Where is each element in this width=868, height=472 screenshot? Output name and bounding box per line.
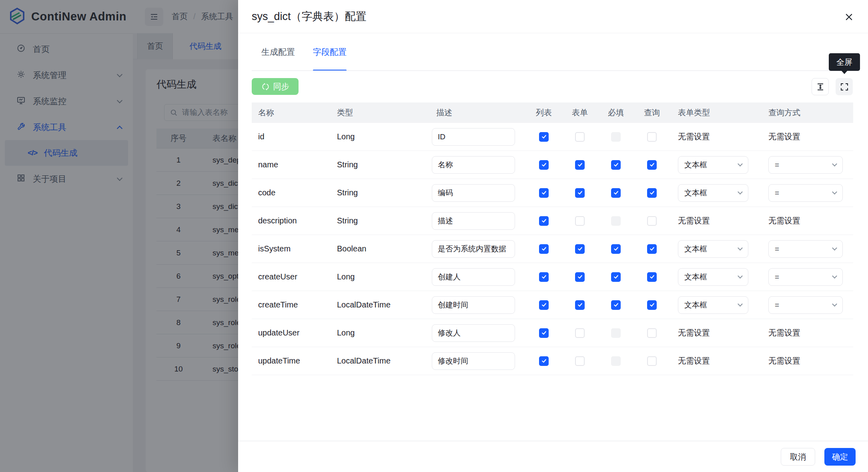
form-checkbox[interactable] (575, 356, 585, 366)
sync-icon (261, 82, 270, 91)
list-checkbox[interactable] (539, 356, 549, 366)
query-checkbox[interactable] (647, 216, 657, 226)
query-checkbox[interactable] (647, 300, 657, 310)
query-type-select[interactable]: = (768, 296, 843, 314)
field-type: Long (336, 272, 430, 281)
field-type: Long (336, 132, 430, 141)
select-value: 文本框 (684, 272, 707, 282)
row-height-button[interactable] (812, 78, 829, 95)
query-checkbox[interactable] (647, 244, 657, 254)
confirm-button[interactable]: 确定 (824, 448, 856, 466)
query-checkbox[interactable] (647, 160, 657, 170)
description-input[interactable] (432, 324, 515, 342)
list-checkbox[interactable] (539, 188, 549, 198)
query-checkbox[interactable] (647, 272, 657, 282)
list-checkbox[interactable] (539, 244, 549, 254)
form-type-select[interactable]: 文本框 (678, 240, 748, 258)
form-type-select[interactable]: 文本框 (678, 156, 748, 174)
list-checkbox[interactable] (539, 132, 549, 142)
list-checkbox[interactable] (539, 300, 549, 310)
query-type-select[interactable]: = (768, 184, 843, 202)
description-input[interactable] (432, 156, 515, 174)
description-input[interactable] (432, 296, 515, 314)
required-checkbox[interactable] (611, 160, 621, 170)
close-button[interactable] (841, 9, 857, 25)
list-checkbox[interactable] (539, 160, 549, 170)
list-checkbox[interactable] (539, 328, 549, 338)
form-checkbox[interactable] (575, 300, 585, 310)
checkbox-cell (562, 188, 598, 198)
no-setting-label: 无需设置 (678, 216, 710, 225)
field-name: name (252, 160, 336, 169)
list-checkbox[interactable] (539, 272, 549, 282)
query-type-select[interactable]: = (768, 156, 843, 174)
description-cell (430, 268, 526, 286)
field-config-table: 名称 类型 描述 列表 表单 必填 查询 表单类型 查询方式 idLong无需设… (252, 102, 853, 375)
form-checkbox[interactable] (575, 272, 585, 282)
no-setting-label: 无需设置 (678, 356, 710, 365)
description-cell (430, 352, 526, 370)
description-input[interactable] (432, 128, 515, 146)
checkbox-cell (562, 132, 598, 142)
form-checkbox[interactable] (575, 160, 585, 170)
checkbox-cell (526, 328, 562, 338)
field-type: String (336, 160, 430, 169)
column-header: 表单 (562, 107, 598, 118)
checkbox-cell (598, 132, 634, 142)
form-checkbox[interactable] (575, 188, 585, 198)
checkbox-cell (562, 160, 598, 170)
description-input[interactable] (432, 212, 515, 230)
cancel-button[interactable]: 取消 (781, 448, 815, 466)
required-checkbox[interactable] (611, 244, 621, 254)
column-header: 名称 (252, 107, 336, 118)
required-checkbox[interactable] (611, 188, 621, 198)
select-cell: = (760, 156, 853, 174)
form-type-select[interactable]: 文本框 (678, 268, 748, 286)
list-checkbox[interactable] (539, 216, 549, 226)
checkbox-cell (526, 216, 562, 226)
query-checkbox[interactable] (647, 328, 657, 338)
checkbox-cell (526, 244, 562, 254)
query-type-select[interactable]: = (768, 240, 843, 258)
column-header: 必填 (598, 107, 634, 118)
tab-field-config[interactable]: 字段配置 (313, 33, 347, 71)
required-checkbox[interactable] (611, 300, 621, 310)
column-header: 描述 (430, 107, 526, 118)
field-type: LocalDateTime (336, 356, 430, 366)
required-checkbox[interactable] (611, 272, 621, 282)
select-value: = (775, 301, 779, 309)
query-type-select[interactable]: = (768, 268, 843, 286)
query-checkbox[interactable] (647, 188, 657, 198)
query-checkbox[interactable] (647, 132, 657, 142)
form-type-select[interactable]: 文本框 (678, 296, 748, 314)
sync-button[interactable]: 同步 (252, 78, 299, 95)
field-name: description (252, 216, 336, 225)
required-checkbox (611, 216, 621, 226)
form-checkbox[interactable] (575, 328, 585, 338)
form-checkbox[interactable] (575, 132, 585, 142)
form-checkbox[interactable] (575, 216, 585, 226)
field-name: createUser (252, 272, 336, 281)
field-type: Boolean (336, 244, 430, 253)
chevron-down-icon (832, 161, 837, 167)
checkbox-cell (634, 188, 670, 198)
select-cell: 无需设置 (760, 356, 853, 366)
field-name: createTime (252, 300, 336, 309)
field-row: idLong无需设置无需设置 (252, 123, 853, 151)
description-input[interactable] (432, 352, 515, 370)
description-cell (430, 212, 526, 230)
description-input[interactable] (432, 240, 515, 258)
config-drawer: sys_dict（字典表）配置 生成配置 字段配置 同步 全屏 (238, 0, 868, 472)
checkbox-cell (526, 132, 562, 142)
form-type-select[interactable]: 文本框 (678, 184, 748, 202)
query-checkbox[interactable] (647, 356, 657, 366)
description-input[interactable] (432, 184, 515, 202)
no-setting-label: 无需设置 (678, 132, 710, 141)
description-input[interactable] (432, 268, 515, 286)
fullscreen-button[interactable] (836, 78, 853, 95)
checkbox-cell (598, 356, 634, 366)
form-checkbox[interactable] (575, 244, 585, 254)
select-cell: 无需设置 (760, 215, 853, 226)
field-name: isSystem (252, 244, 336, 253)
tab-generate-config[interactable]: 生成配置 (261, 33, 295, 71)
